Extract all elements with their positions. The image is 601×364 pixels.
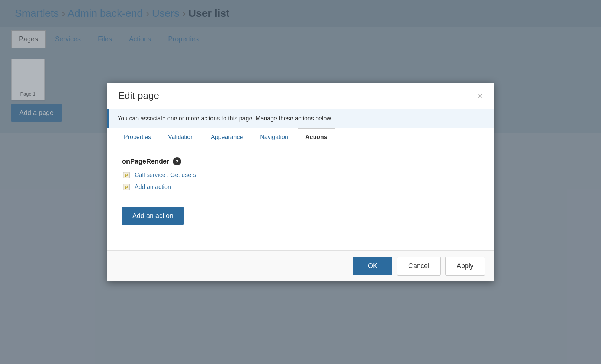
on-page-render-label: onPageRender xyxy=(122,158,169,165)
add-action-button[interactable]: Add an action xyxy=(122,207,184,225)
edit-page-modal: Edit page × You can associate one or mor… xyxy=(107,83,494,281)
add-action-pencil-icon xyxy=(122,183,131,191)
action-item-add-action[interactable]: Add an action xyxy=(122,183,479,191)
add-action-link-label: Add an action xyxy=(135,184,171,190)
modal-tab-appearance[interactable]: Appearance xyxy=(203,128,251,146)
modal-body: onPageRender ? Call service : Get users xyxy=(107,146,494,250)
apply-button[interactable]: Apply xyxy=(445,257,485,276)
modal-tabs: Properties Validation Appearance Navigat… xyxy=(107,128,494,146)
action-item-call-service[interactable]: Call service : Get users xyxy=(122,171,479,180)
modal-title: Edit page xyxy=(118,90,159,102)
modal-tab-navigation[interactable]: Navigation xyxy=(252,128,296,146)
help-icon[interactable]: ? xyxy=(173,157,181,165)
edit-pencil-icon xyxy=(122,171,131,180)
modal-tab-validation[interactable]: Validation xyxy=(160,128,202,146)
on-page-render-section: onPageRender ? Call service : Get users xyxy=(122,157,479,191)
cancel-button[interactable]: Cancel xyxy=(397,257,441,276)
modal-close-button[interactable]: × xyxy=(478,91,483,100)
section-divider xyxy=(122,199,479,199)
ok-button[interactable]: OK xyxy=(353,257,392,275)
modal-tab-actions[interactable]: Actions xyxy=(298,128,335,146)
modal-footer: OK Cancel Apply xyxy=(107,250,494,281)
on-page-render-header: onPageRender ? xyxy=(122,157,479,165)
modal-info-bar: You can associate one or more actions to… xyxy=(107,109,494,128)
call-service-label: Call service : Get users xyxy=(135,172,196,178)
modal-overlay: Edit page × You can associate one or mor… xyxy=(0,0,601,364)
modal-tab-properties[interactable]: Properties xyxy=(116,128,159,146)
modal-header: Edit page × xyxy=(107,83,494,109)
